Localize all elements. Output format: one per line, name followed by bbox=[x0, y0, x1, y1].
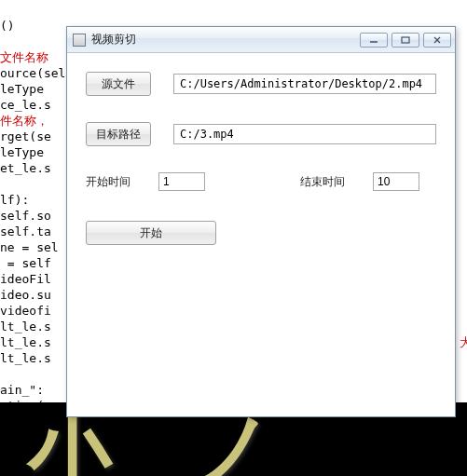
start-time-input[interactable] bbox=[158, 172, 205, 191]
target-path-button[interactable]: 目标路径 bbox=[86, 122, 151, 146]
minimize-button[interactable] bbox=[360, 33, 388, 48]
app-icon bbox=[73, 34, 86, 47]
start-button[interactable]: 开始 bbox=[86, 221, 216, 245]
end-time-input[interactable] bbox=[373, 172, 419, 191]
minimize-icon bbox=[369, 36, 378, 44]
maximize-icon bbox=[401, 36, 410, 44]
svg-rect-1 bbox=[402, 37, 409, 43]
window-controls bbox=[360, 33, 451, 48]
time-row: 开始时间 结束时间 bbox=[86, 172, 436, 191]
target-path-input[interactable] bbox=[173, 124, 436, 144]
end-time-label: 结束时间 bbox=[300, 174, 345, 190]
video-cut-window: 视频剪切 源文件 目标路径 开始时间 结束时间 bbox=[66, 26, 456, 417]
action-row: 开始 bbox=[86, 221, 436, 245]
target-row: 目标路径 bbox=[86, 122, 436, 146]
maximize-button[interactable] bbox=[391, 33, 419, 48]
titlebar[interactable]: 视频剪切 bbox=[67, 27, 455, 53]
source-path-input[interactable] bbox=[173, 74, 436, 94]
window-content: 源文件 目标路径 开始时间 结束时间 开始 bbox=[67, 53, 455, 245]
close-icon bbox=[433, 36, 442, 44]
source-file-button[interactable]: 源文件 bbox=[86, 72, 151, 96]
window-title: 视频剪切 bbox=[91, 32, 360, 48]
source-row: 源文件 bbox=[86, 72, 436, 96]
close-button[interactable] bbox=[423, 33, 451, 48]
start-time-label: 开始时间 bbox=[86, 174, 130, 190]
